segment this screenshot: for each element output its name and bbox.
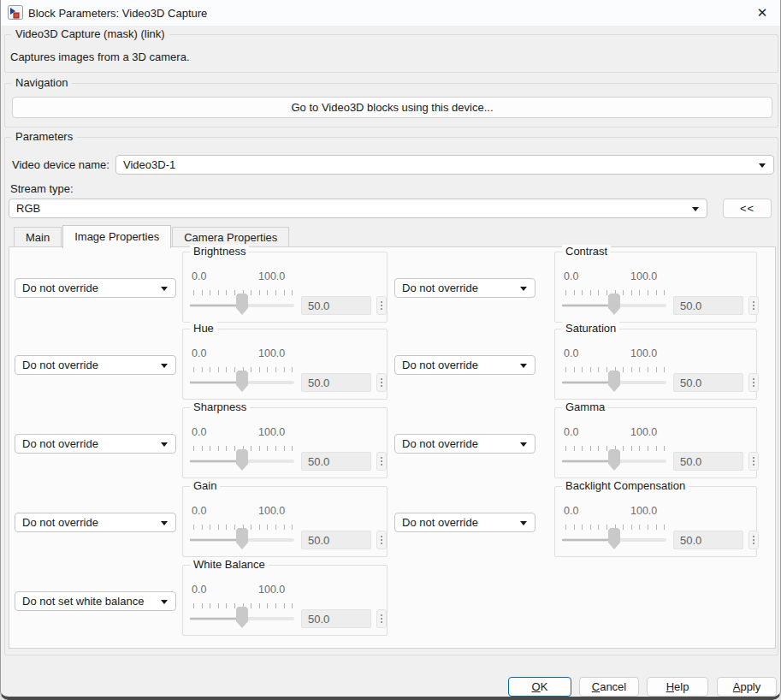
hue-group: Hue 0.0 100.0: [182, 329, 388, 400]
brightness-slider-thumb[interactable]: [236, 294, 248, 315]
gain-slider-thumb[interactable]: [236, 528, 248, 549]
saturation-override-select[interactable]: Do not override: [394, 355, 535, 375]
gain-value-spinner[interactable]: [376, 531, 387, 549]
chevron-down-icon: [161, 521, 168, 525]
cancel-button[interactable]: Cancel: [579, 677, 639, 697]
backlight-compensation-override-select[interactable]: Do not override: [394, 513, 535, 532]
sharpness-slider-thumb[interactable]: [236, 449, 248, 471]
white-balance-slider-thumb[interactable]: [236, 607, 248, 628]
contrast-group: Contrast 0.0 100.0: [554, 252, 757, 323]
chevron-down-icon: [161, 442, 168, 447]
chevron-down-icon: [692, 207, 699, 211]
contrast-slider-thumb[interactable]: [608, 294, 620, 315]
saturation-group-title: Saturation: [562, 322, 619, 335]
collapse-label: <<: [724, 199, 771, 217]
saturation-override-value: Do not override: [402, 359, 478, 371]
brightness-override-value: Do not override: [22, 282, 98, 294]
slider-max-label: 100.0: [630, 347, 657, 359]
gain-override-value: Do not override: [22, 516, 98, 529]
gamma-value-spinner[interactable]: [748, 452, 759, 471]
hue-value-spinner[interactable]: [376, 373, 387, 392]
white-balance-group-title: White Balance: [190, 558, 269, 571]
help-button[interactable]: Help: [647, 677, 708, 697]
chevron-down-icon: [161, 287, 168, 291]
slider-min-label: 0.0: [192, 505, 206, 517]
gamma-override-value: Do not override: [402, 437, 478, 450]
slider-min-label: 0.0: [564, 505, 578, 517]
apply-button[interactable]: Apply: [717, 677, 777, 697]
chevron-down-icon: [520, 521, 527, 525]
stream-type-select[interactable]: RGB: [9, 199, 707, 218]
hue-value-input[interactable]: [301, 373, 371, 392]
parameters-legend: Parameters: [11, 130, 77, 143]
stream-type-label: Stream type:: [10, 182, 74, 195]
tab-image-properties[interactable]: Image Properties: [62, 225, 171, 248]
gamma-value-input[interactable]: [673, 452, 743, 471]
sharpness-group: Sharpness 0.0 100.0: [182, 407, 388, 478]
parameters-group: Parameters Video device name: Video3D-1 …: [4, 137, 778, 656]
brightness-value-spinner[interactable]: [376, 296, 387, 315]
slider-max-label: 100.0: [258, 270, 285, 282]
white-balance-mode-select[interactable]: Do not set white balance: [15, 591, 176, 611]
backlight-compensation-value-spinner[interactable]: [748, 531, 759, 549]
slider-min-label: 0.0: [564, 270, 578, 282]
sharpness-override-select[interactable]: Do not override: [15, 434, 176, 454]
slider-min-label: 0.0: [192, 270, 206, 282]
chevron-down-icon: [520, 442, 527, 447]
slider-max-label: 100.0: [630, 426, 657, 438]
chevron-down-icon: [520, 287, 527, 291]
slider-max-label: 100.0: [630, 270, 657, 282]
ok-label: OK: [509, 678, 571, 696]
brightness-group: Brightness 0.0 100.0: [182, 252, 388, 323]
saturation-value-spinner[interactable]: [748, 373, 759, 392]
contrast-value-input[interactable]: [673, 296, 743, 315]
gamma-override-select[interactable]: Do not override: [394, 434, 535, 454]
help-label: Help: [648, 678, 707, 696]
backlight-compensation-slider-thumb[interactable]: [608, 528, 620, 549]
video-device-value: Video3D-1: [123, 158, 175, 171]
saturation-slider-thumb[interactable]: [608, 371, 620, 392]
white-balance-group: White Balance 0.0 100.0: [182, 565, 388, 636]
stream-type-value: RGB: [16, 202, 40, 215]
goto-video3d-blocks-button[interactable]: Go to Video3D blocks using this device..…: [12, 97, 772, 118]
white-balance-mode-value: Do not set white balance: [22, 595, 144, 608]
slider-max-label: 100.0: [630, 505, 657, 517]
saturation-group: Saturation 0.0 100.0: [554, 329, 757, 400]
tab-main[interactable]: Main: [14, 227, 62, 248]
white-balance-value-spinner[interactable]: [376, 609, 387, 628]
slider-max-label: 100.0: [258, 347, 285, 359]
chevron-down-icon: [520, 364, 527, 368]
contrast-value-spinner[interactable]: [748, 296, 759, 315]
brightness-value-input[interactable]: [301, 296, 371, 315]
window-title: Block Parameters: Video3D Capture: [28, 7, 207, 20]
gain-group-title: Gain: [190, 479, 220, 492]
gain-override-select[interactable]: Do not override: [15, 513, 176, 532]
hue-override-value: Do not override: [22, 359, 98, 371]
mask-group: Video3D Capture (mask) (link) Captures i…: [4, 34, 778, 73]
collapse-button[interactable]: <<: [723, 199, 772, 218]
gamma-slider-thumb[interactable]: [608, 449, 620, 471]
hue-slider-thumb[interactable]: [236, 371, 248, 392]
sharpness-value-input[interactable]: [301, 452, 371, 471]
title-bar: Block Parameters: Video3D Capture ✕: [1, 0, 780, 26]
contrast-override-select[interactable]: Do not override: [394, 278, 535, 298]
mask-title: Video3D Capture (mask) (link): [11, 27, 169, 40]
hue-override-select[interactable]: Do not override: [15, 355, 176, 375]
video-device-select[interactable]: Video3D-1: [115, 155, 774, 175]
gain-value-input[interactable]: [301, 531, 371, 549]
chevron-down-icon: [161, 364, 168, 368]
ok-button[interactable]: OK: [508, 677, 571, 697]
gamma-group: Gamma 0.0 100.0: [554, 407, 757, 478]
image-properties-pane: Do not override Brightness 0.0 100.0 Do …: [9, 246, 776, 649]
close-icon[interactable]: ✕: [753, 3, 772, 22]
backlight-compensation-value-input[interactable]: [673, 531, 743, 549]
brightness-override-select[interactable]: Do not override: [15, 278, 176, 298]
navigation-group: Navigation Go to Video3D blocks using th…: [4, 83, 778, 128]
slider-max-label: 100.0: [258, 505, 285, 517]
white-balance-value-input[interactable]: [301, 609, 371, 628]
sharpness-value-spinner[interactable]: [376, 452, 387, 471]
saturation-value-input[interactable]: [673, 373, 743, 392]
gamma-group-title: Gamma: [562, 400, 608, 413]
goto-video3d-blocks-label: Go to Video3D blocks using this device..…: [13, 98, 772, 117]
sharpness-override-value: Do not override: [22, 437, 98, 450]
